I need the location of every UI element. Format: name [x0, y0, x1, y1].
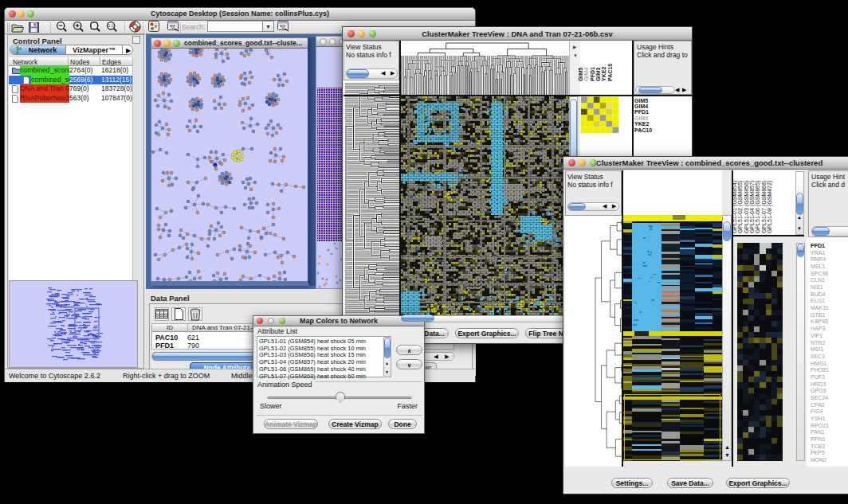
svg-text:1:1: 1:1 [108, 24, 114, 28]
